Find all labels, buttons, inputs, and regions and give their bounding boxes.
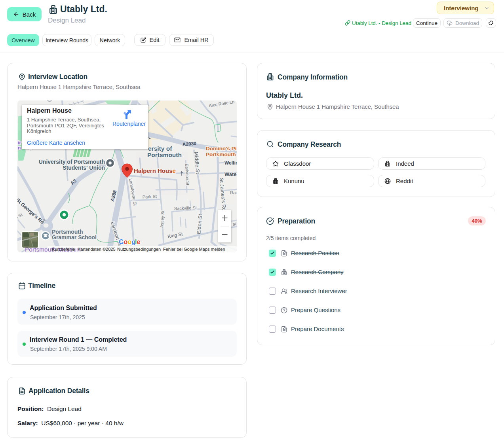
svg-text:Portsmouth: Portsmouth [147, 151, 182, 158]
svg-text:Portsmouth -: Portsmouth - [206, 151, 237, 157]
svg-text:ersity of: ersity of [148, 145, 172, 152]
svg-text:gh: gh [233, 221, 237, 226]
svg-text:Water: Water [224, 171, 237, 177]
svg-text:University of Portsmouth: University of Portsmouth [39, 159, 105, 165]
svg-text:Grammar School: Grammar School [52, 234, 97, 240]
svg-text:o: o [128, 239, 132, 245]
svg-text:Kartendaten ©2025: Kartendaten ©2025 [78, 247, 116, 252]
svg-text:Students' Union: Students' Union [63, 165, 105, 171]
svg-text:A2030: A2030 [182, 141, 197, 147]
svg-text:o: o [124, 239, 128, 245]
svg-text:Halpern House: Halpern House [134, 167, 176, 174]
svg-text:Kurzbefehle: Kurzbefehle [52, 247, 75, 252]
svg-text:Nutzungsbedingungen: Nutzungsbedingungen [117, 247, 161, 252]
svg-text:G: G [119, 239, 124, 245]
svg-text:Fehler bei Google Maps melden: Fehler bei Google Maps melden [163, 247, 225, 252]
svg-text:Rad: Rad [230, 190, 237, 195]
svg-text:e: e [137, 239, 141, 245]
svg-text:in: in [17, 145, 21, 151]
svg-text:Sackville St: Sackville St [174, 205, 197, 211]
svg-text:Wellin: Wellin [224, 160, 237, 166]
svg-text:Park St: Park St [142, 194, 157, 199]
svg-text:Domino's Piz: Domino's Piz [206, 146, 237, 151]
